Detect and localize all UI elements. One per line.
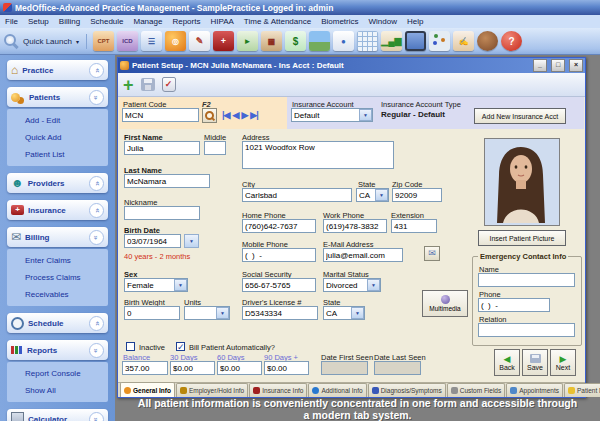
add-icon[interactable]: + [123,77,134,93]
marital-status-select[interactable]: Divorced ▼ [323,278,381,292]
dropdown-arrow-icon[interactable]: ▼ [216,307,229,319]
ssn-input[interactable] [242,278,316,292]
sidebar-item-enter-claims[interactable]: Enter Claims [25,256,104,265]
sidebar-section-insurance[interactable]: + Insurance « [7,200,108,220]
next-record-button[interactable]: ▶ [241,110,247,120]
chevron-down-icon[interactable]: « [89,176,104,191]
chevron-down-icon[interactable]: « [89,316,104,331]
birth-date-dropdown-button[interactable]: ▼ [184,234,199,248]
tab-additional-info[interactable]: Additional Info [308,383,366,397]
insurance-account-select[interactable]: Default ▼ [291,108,373,122]
nickname-input[interactable] [124,206,200,220]
insurance-case-icon[interactable]: + [213,31,234,51]
chevron-down-icon[interactable]: « [89,63,104,78]
help-icon[interactable]: ? [501,31,522,51]
sidebar-section-patients[interactable]: Patients « [7,87,108,107]
emergency-relation-input[interactable] [478,323,575,337]
payments-icon[interactable]: $ [285,31,306,51]
dropdown-arrow-icon[interactable]: ▼ [375,189,388,201]
close-button[interactable]: × [569,59,583,72]
sidebar-section-practice[interactable]: ⌂ Practice « [7,60,108,80]
tab-employer-hold-info[interactable]: Employer/Hold Info [176,383,248,397]
back-button[interactable]: ◀ Back [494,349,520,376]
sidebar-item-show-all[interactable]: Show All [25,386,104,395]
patient-time-icon[interactable]: ◎ [165,31,186,51]
work-phone-input[interactable] [323,219,387,233]
emergency-name-input[interactable] [478,273,575,287]
sidebar-section-providers[interactable]: ☻ Providers « [7,173,108,193]
tab-custom-fields[interactable]: Custom Fields [447,383,506,397]
email-input[interactable] [323,248,403,262]
sidebar-section-reports[interactable]: Reports « [7,340,108,360]
mobile-phone-input[interactable] [242,248,316,262]
emergency-phone-input[interactable] [478,298,550,312]
sex-select[interactable]: Female ▼ [124,278,188,292]
menu-help[interactable]: Help [402,17,428,26]
license-state-select[interactable]: CA ▼ [323,306,365,320]
claims-calculator-icon[interactable]: ▦ [261,31,282,51]
restore-button[interactable]: □ [551,59,565,72]
menu-billing[interactable]: Billing [54,17,85,26]
icd-codes-icon[interactable]: ICD [117,31,138,51]
patient-code-input[interactable] [122,108,199,122]
tab-appointments[interactable]: Appointments [506,383,563,397]
patient-window-titlebar[interactable]: Patient Setup - MCN Julia McNamara - Ins… [118,58,585,73]
tab-patient-notes[interactable]: Patient Notes [564,383,600,397]
chevron-up-icon[interactable]: « [89,343,104,358]
menu-hipaa[interactable]: HIPAA [205,17,238,26]
extension-input[interactable] [391,219,437,233]
state-select[interactable]: CA ▼ [356,188,389,202]
report-clock-icon[interactable]: ● [333,31,354,51]
zip-input[interactable] [392,188,442,202]
menu-window[interactable]: Window [364,17,402,26]
multimedia-button[interactable]: Multimedia [422,290,468,317]
chevron-up-icon[interactable]: « [89,230,104,245]
drivers-license-input[interactable] [242,306,318,320]
save-icon[interactable] [141,78,155,91]
previous-record-button[interactable]: ◀ [232,110,238,120]
biometric-face-icon[interactable] [477,31,498,51]
dropdown-arrow-icon[interactable]: ▼ [359,109,372,121]
first-record-button[interactable]: |◀ [222,110,229,120]
sidebar-item-patient-list[interactable]: Patient List [25,150,104,159]
tab-diagnosis-symptoms[interactable]: Diagnosis/Symptoms [368,383,446,397]
superbill-icon[interactable]: ✎ [189,31,210,51]
cpt-codes-icon[interactable]: CPT [93,31,114,51]
menu-schedule[interactable]: Schedule [85,17,128,26]
save-button[interactable]: Save [522,349,548,376]
tab-insurance-info[interactable]: Insurance Info [249,383,307,397]
sidebar-item-process-claims[interactable]: Process Claims [25,273,104,282]
verify-icon[interactable]: ✓ [162,77,176,92]
sidebar-section-calculator[interactable]: Calculator « [7,409,108,421]
chevron-up-icon[interactable]: « [89,412,104,421]
units-select[interactable]: ▼ [184,306,230,320]
inactive-checkbox[interactable] [126,342,135,351]
menu-setup[interactable]: Setup [23,17,54,26]
minimize-button[interactable]: _ [533,59,547,72]
chart-icon[interactable]: ▁▄▆ [381,31,402,51]
last-name-input[interactable] [124,174,210,188]
add-new-insurance-button[interactable]: Add New Insurance Acct [474,108,566,124]
tab-general-info[interactable]: General Info [120,382,175,397]
provider-arrow-icon[interactable]: ► [237,31,258,51]
menu-reports[interactable]: Reports [167,17,205,26]
menu-biometrics[interactable]: Biometrics [316,17,363,26]
sidebar-item-receivables[interactable]: Receivables [25,290,104,299]
last-record-button[interactable]: ▶| [250,110,257,120]
chevron-down-icon[interactable]: ▾ [76,38,79,45]
patient-search-button[interactable] [202,108,217,123]
menu-time-attendance[interactable]: Time & Attendance [239,17,316,26]
address-input[interactable]: 1021 Woodfox Row [242,141,394,169]
dropdown-arrow-icon[interactable]: ▼ [174,279,187,291]
sidebar-item-report-console[interactable]: Report Console [25,369,104,378]
birth-weight-input[interactable] [124,306,180,320]
chevron-down-icon[interactable]: « [89,203,104,218]
image-icon[interactable] [309,31,330,51]
menu-manage[interactable]: Manage [129,17,168,26]
next-button[interactable]: ▶ Next [550,349,576,376]
sidebar-item-add-edit[interactable]: Add - Edit [25,116,104,125]
home-phone-input[interactable] [242,219,316,233]
sidebar-item-quick-add[interactable]: Quick Add [25,133,104,142]
bill-automatically-checkbox[interactable]: ✓ [176,342,185,351]
send-email-button[interactable]: ✉ [424,246,440,261]
